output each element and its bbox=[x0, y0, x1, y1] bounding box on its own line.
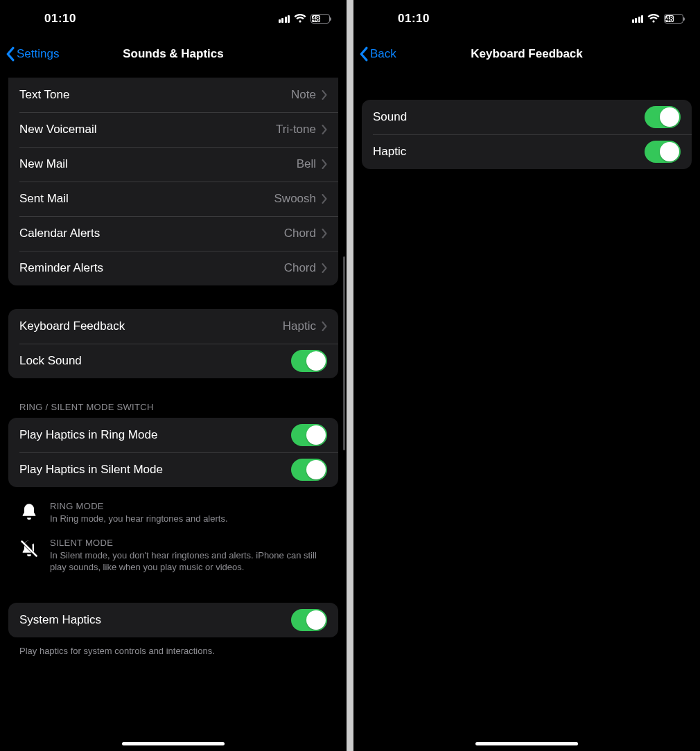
screen-divider bbox=[347, 0, 353, 751]
back-label: Back bbox=[370, 47, 396, 61]
system-haptics-group: System Haptics bbox=[8, 603, 338, 637]
row-keyboard-feedback[interactable]: Keyboard Feedback Haptic bbox=[8, 309, 338, 344]
row-text-tone[interactable]: Text Tone Note bbox=[8, 78, 338, 112]
info-title: RING MODE bbox=[50, 501, 228, 511]
info-title: SILENT MODE bbox=[50, 538, 327, 548]
status-time: 01:10 bbox=[373, 12, 430, 26]
home-indicator[interactable] bbox=[122, 742, 225, 745]
info-desc: In Silent mode, you don't hear ringtones… bbox=[50, 549, 327, 574]
row-lock-sound: Lock Sound bbox=[8, 344, 338, 378]
battery-level: 48 bbox=[312, 15, 320, 22]
row-label: New Voicemail bbox=[19, 123, 276, 136]
row-value: Note bbox=[291, 88, 322, 102]
chevron-right-icon bbox=[322, 321, 327, 331]
cellular-icon bbox=[632, 15, 644, 23]
row-label: Sent Mail bbox=[19, 192, 274, 206]
row-label: Play Haptics in Silent Mode bbox=[19, 463, 291, 477]
wifi-icon bbox=[294, 14, 306, 24]
system-haptics-toggle[interactable] bbox=[291, 609, 327, 631]
page-title: Sounds & Haptics bbox=[123, 47, 223, 61]
bell-slash-icon bbox=[19, 538, 40, 561]
haptics-ring-toggle[interactable] bbox=[291, 424, 327, 446]
chevron-left-icon bbox=[359, 46, 368, 62]
kb-sound-toggle[interactable] bbox=[645, 106, 681, 128]
row-new-mail[interactable]: New Mail Bell bbox=[8, 147, 338, 182]
status-time: 01:10 bbox=[19, 12, 76, 26]
keyboard-feedback-group: Sound Haptic bbox=[362, 100, 692, 169]
sounds-group: Text Tone Note New Voicemail Tri-tone Ne… bbox=[8, 78, 338, 285]
section-header: RING / SILENT MODE SWITCH bbox=[8, 402, 338, 418]
info-ring-mode: RING MODE In Ring mode, you hear rington… bbox=[8, 500, 338, 536]
home-indicator[interactable] bbox=[475, 742, 578, 745]
row-reminder-alerts[interactable]: Reminder Alerts Chord bbox=[8, 251, 338, 285]
chevron-right-icon bbox=[322, 125, 327, 134]
row-label: Calendar Alerts bbox=[19, 227, 284, 240]
section-footer: Play haptics for system controls and int… bbox=[8, 642, 338, 657]
row-label: New Mail bbox=[19, 157, 297, 171]
left-screen: 01:10 48 Settings Sounds & Haptics Text … bbox=[0, 0, 347, 751]
row-haptics-silent: Play Haptics in Silent Mode bbox=[8, 452, 338, 487]
page-title: Keyboard Feedback bbox=[471, 47, 583, 61]
row-system-haptics: System Haptics bbox=[8, 603, 338, 637]
row-value: Bell bbox=[297, 157, 322, 171]
row-value: Swoosh bbox=[274, 192, 322, 206]
info-desc: In Ring mode, you hear ringtones and ale… bbox=[50, 513, 228, 525]
row-label: Text Tone bbox=[19, 88, 291, 102]
chevron-left-icon bbox=[6, 46, 15, 62]
chevron-right-icon bbox=[322, 229, 327, 238]
row-label: System Haptics bbox=[19, 613, 291, 627]
row-sent-mail[interactable]: Sent Mail Swoosh bbox=[8, 182, 338, 216]
status-bar: 01:10 48 bbox=[0, 0, 347, 37]
battery-icon: 48 bbox=[664, 14, 683, 24]
row-label: Lock Sound bbox=[19, 354, 291, 368]
keyboard-lock-group: Keyboard Feedback Haptic Lock Sound bbox=[8, 309, 338, 378]
back-button[interactable]: Settings bbox=[6, 46, 59, 62]
ring-silent-group: Play Haptics in Ring Mode Play Haptics i… bbox=[8, 418, 338, 487]
nav-bar: Settings Sounds & Haptics bbox=[0, 37, 347, 71]
row-kb-haptic: Haptic bbox=[362, 134, 692, 169]
chevron-right-icon bbox=[322, 90, 327, 100]
row-value: Tri-tone bbox=[276, 123, 322, 136]
battery-level: 48 bbox=[665, 15, 674, 22]
chevron-right-icon bbox=[322, 263, 327, 273]
row-value: Chord bbox=[284, 227, 322, 240]
kb-haptic-toggle[interactable] bbox=[645, 141, 681, 163]
row-label: Haptic bbox=[373, 145, 645, 159]
row-label: Reminder Alerts bbox=[19, 261, 284, 275]
scrollbar-thumb[interactable] bbox=[343, 256, 345, 450]
row-value: Chord bbox=[284, 261, 322, 275]
info-silent-mode: SILENT MODE In Silent mode, you don't he… bbox=[8, 536, 338, 585]
status-bar: 01:10 48 bbox=[353, 0, 700, 37]
battery-icon: 48 bbox=[310, 14, 330, 24]
back-button[interactable]: Back bbox=[359, 46, 396, 62]
haptics-silent-toggle[interactable] bbox=[291, 459, 327, 481]
wifi-icon bbox=[647, 14, 660, 24]
cellular-icon bbox=[279, 15, 290, 23]
row-haptics-ring: Play Haptics in Ring Mode bbox=[8, 418, 338, 452]
row-value: Haptic bbox=[283, 319, 322, 333]
row-label: Play Haptics in Ring Mode bbox=[19, 428, 291, 442]
row-calendar-alerts[interactable]: Calendar Alerts Chord bbox=[8, 216, 338, 251]
chevron-right-icon bbox=[322, 159, 327, 169]
chevron-right-icon bbox=[322, 194, 327, 204]
row-new-voicemail[interactable]: New Voicemail Tri-tone bbox=[8, 112, 338, 147]
row-label: Keyboard Feedback bbox=[19, 319, 283, 333]
row-kb-sound: Sound bbox=[362, 100, 692, 134]
lock-sound-toggle[interactable] bbox=[291, 350, 327, 372]
row-label: Sound bbox=[373, 110, 645, 124]
right-screen: 01:10 48 Back Keyboard Feedback Sound Ha… bbox=[353, 0, 700, 751]
back-label: Settings bbox=[17, 47, 59, 61]
bell-icon bbox=[19, 501, 40, 524]
nav-bar: Back Keyboard Feedback bbox=[353, 37, 700, 71]
